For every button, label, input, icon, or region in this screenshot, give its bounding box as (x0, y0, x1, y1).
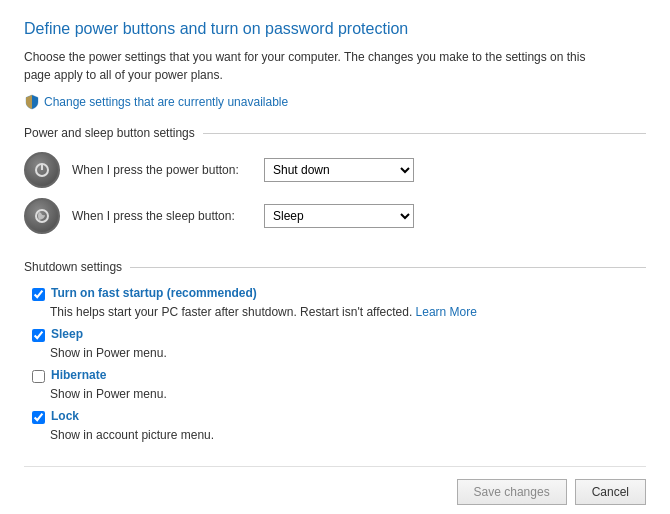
hibernate-checkbox[interactable] (32, 370, 45, 383)
learn-more-link[interactable]: Learn More (416, 305, 477, 319)
cancel-button[interactable]: Cancel (575, 479, 646, 505)
fast-startup-sub: This helps start your PC faster after sh… (50, 305, 646, 319)
power-button-label: When I press the power button: (72, 163, 252, 177)
shutdown-settings-section: Shutdown settings Turn on fast startup (… (24, 260, 646, 450)
save-changes-button[interactable]: Save changes (457, 479, 567, 505)
hibernate-sub: Show in Power menu. (50, 387, 646, 401)
power-button-dropdown[interactable]: Shut down Do nothing Sleep Hibernate Tur… (264, 158, 414, 182)
page-title: Define power buttons and turn on passwor… (24, 20, 646, 38)
footer: Save changes Cancel (24, 466, 646, 505)
hibernate-label[interactable]: Hibernate (51, 368, 106, 382)
description: Choose the power settings that you want … (24, 48, 604, 84)
lock-sub: Show in account picture menu. (50, 428, 646, 442)
sleep-button-icon (24, 198, 60, 234)
power-button-row: When I press the power button: Shut down… (24, 152, 646, 188)
fast-startup-label[interactable]: Turn on fast startup (recommended) (51, 286, 257, 300)
sleep-symbol (33, 207, 51, 225)
change-settings-text: Change settings that are currently unava… (44, 95, 288, 109)
lock-checkbox[interactable] (32, 411, 45, 424)
power-sleep-header: Power and sleep button settings (24, 126, 646, 140)
main-container: Define power buttons and turn on passwor… (0, 0, 670, 514)
sleep-checkbox[interactable] (32, 329, 45, 342)
lock-row: Lock (32, 409, 646, 424)
shield-icon (24, 94, 40, 110)
change-settings-link[interactable]: Change settings that are currently unava… (24, 94, 646, 110)
power-button-icon (24, 152, 60, 188)
fast-startup-checkbox[interactable] (32, 288, 45, 301)
sleep-label[interactable]: Sleep (51, 327, 83, 341)
lock-label[interactable]: Lock (51, 409, 79, 423)
sleep-button-row: When I press the sleep button: Sleep Do … (24, 198, 646, 234)
power-symbol (33, 161, 51, 179)
shutdown-settings-header: Shutdown settings (24, 260, 646, 274)
sleep-button-label: When I press the sleep button: (72, 209, 252, 223)
hibernate-row: Hibernate (32, 368, 646, 383)
sleep-row: Sleep (32, 327, 646, 342)
power-sleep-section: Power and sleep button settings When I p… (24, 126, 646, 244)
sleep-sub: Show in Power menu. (50, 346, 646, 360)
sleep-button-dropdown[interactable]: Sleep Do nothing Hibernate Shut down Tur… (264, 204, 414, 228)
fast-startup-row: Turn on fast startup (recommended) (32, 286, 646, 301)
